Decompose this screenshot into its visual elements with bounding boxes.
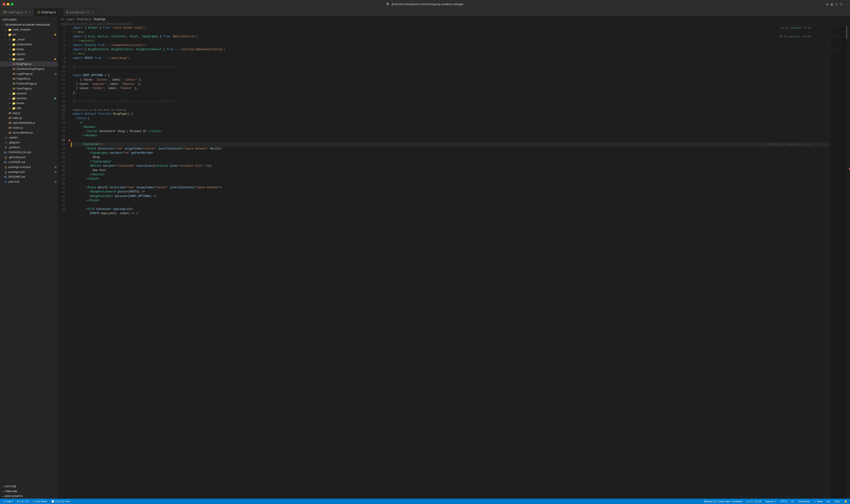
status-branch[interactable]: ⎇ main*: [2, 500, 14, 503]
sidebar-item-productspage[interactable]: JS ProductsPage.js: [0, 81, 58, 86]
status-language[interactable]: JavaScript: [797, 500, 811, 503]
code-content[interactable]: import { Helmet } from 'react-helmet-asy…: [71, 26, 830, 499]
branch-name: main*: [6, 500, 13, 503]
ln-17: 17: [60, 95, 65, 99]
sidebar-item-theme[interactable]: ▸ 📁 theme: [0, 101, 58, 106]
status-git-info[interactable]: Minimal UI, 2 years ago • Container: [703, 500, 744, 503]
app-container: JS LoginPage.js M ✕ JS BlogPage.js ✕ {} …: [0, 8, 850, 504]
tab-loginpage[interactable]: JS LoginPage.js M ✕: [0, 8, 34, 16]
close-button[interactable]: [3, 3, 5, 5]
sidebar-item-indexjs[interactable]: JS index.js: [0, 115, 58, 121]
status-notifications[interactable]: 🔔: [843, 500, 848, 503]
status-liveshare[interactable]: ↗ Live Share: [32, 500, 48, 503]
routes-label: routes.js: [13, 126, 58, 129]
sidebar-item-blogpage[interactable]: JS BlogPage.js: [0, 61, 58, 67]
json-icon-packagelock: {}: [4, 165, 7, 169]
folder-icon-mock: 📁: [12, 38, 16, 41]
line-numbers: 1 2 3 4 5 6 7 8 9 10 11 12 13 14: [58, 26, 68, 499]
sidebar-item-serviceworker[interactable]: JS serviceWorker.js: [0, 130, 58, 135]
sidebar-item-appjs[interactable]: JS App.js: [0, 111, 58, 115]
sidebar-root[interactable]: ▾ TECHGROUP-ACADEMY-MANAGER: [0, 22, 58, 27]
status-feedback[interactable]: ☺ Ninja: [813, 500, 823, 503]
sidebar-item-sections[interactable]: ▸ 📁 sections: [0, 91, 58, 96]
userpage-label: UserPage.js: [17, 87, 58, 90]
tab-blogpage[interactable]: JS BlogPage.js ✕: [34, 8, 64, 16]
sidebar-item-components[interactable]: ▸ 📁 components: [0, 42, 58, 47]
status-cursor[interactable]: Ln 27, Col 18: [746, 500, 762, 503]
warning-count: 6↑: [22, 500, 24, 503]
tab-blogpage-close[interactable]: ✕: [58, 11, 60, 14]
sidebar-item-prettierrc[interactable]: ✦ .prettierrc: [0, 145, 58, 150]
code-line-19: [71, 104, 830, 108]
zoom-label: 110%: [834, 500, 840, 503]
ln-38: 38: [60, 186, 65, 190]
sidebar-item-pages[interactable]: ▾ 📁 pages: [0, 57, 58, 61]
js-file-icon-vitals: JS: [8, 121, 12, 125]
code-line-10: // -------------------------------------…: [71, 65, 830, 69]
status-time[interactable]: 🕒 3 hrs 22 mins: [50, 500, 71, 503]
sidebar-item-gitignore[interactable]: ⌥ .gitignore: [0, 140, 58, 145]
sidebar-section-timeline[interactable]: ▸ TIMELINE: [0, 489, 58, 494]
status-zoom[interactable]: 110%: [833, 500, 841, 503]
status-errors[interactable]: ⊘ 0 6↑ ℹ 0: [16, 500, 30, 503]
sidebar-item-yarnlock[interactable]: ⚙ yarn.lock M: [0, 179, 58, 184]
code-line-37: <Stack mb={5} direction="row" alignItems…: [71, 185, 830, 190]
tab-packagejson-close[interactable]: ✕: [91, 11, 93, 14]
sidebar-item-page404[interactable]: JS Page404.js: [0, 76, 58, 81]
ln-13: 13: [60, 78, 65, 82]
sidebar-item-mock[interactable]: ▸ 📁 _mock: [0, 37, 58, 42]
panel-toggle-icon[interactable]: ⊟: [840, 2, 843, 6]
status-eol[interactable]: LF: [791, 500, 795, 503]
node-modules-label: node_modules: [13, 28, 58, 31]
sidebar-item-layouts[interactable]: ▸ 📁 layouts: [0, 52, 58, 57]
sidebar-item-reportwebvitals[interactable]: JS reportWebVitals.js: [0, 121, 58, 125]
status-encoding[interactable]: UTF-8: [779, 500, 788, 503]
sidebar-item-gitconfig[interactable]: {} .gitconfig.json: [0, 155, 58, 160]
maximize-button[interactable]: [11, 3, 13, 5]
back-button[interactable]: ←: [15, 2, 21, 6]
breadcrumb-pages[interactable]: pages: [67, 18, 74, 21]
sidebar-actions[interactable]: ···: [53, 19, 55, 21]
sidebar-item-hooks[interactable]: ▸ 📁 hooks: [0, 47, 58, 52]
code-editor[interactable]: 1 2 3 4 5 6 7 8 9 10 11 12 13 14: [58, 26, 830, 499]
sidebar-toggle-icon[interactable]: ◫: [835, 2, 838, 6]
sidebar-item-changelog[interactable]: M↓ CHANGELOG.md: [0, 150, 58, 155]
ln-24: 24: [60, 125, 65, 130]
sidebar-item-packagelock[interactable]: {} package-lock.json M: [0, 165, 58, 169]
content-area: EXPLORER ··· ▾ TECHGROUP-ACADEMY-MANAGER…: [0, 16, 850, 499]
feedback-icon: ☺: [814, 500, 816, 503]
serviceworker-label: serviceWorker.js: [13, 131, 58, 134]
chevron-right-icon: ▸: [8, 97, 11, 100]
sidebar-item-node-modules[interactable]: ▸ 📁 node_modules: [0, 27, 58, 32]
forward-button[interactable]: →: [23, 2, 29, 6]
status-font[interactable]: AA: [826, 500, 831, 503]
ln-27: 27: [60, 138, 65, 143]
tab-loginpage-close[interactable]: ✕: [29, 11, 31, 14]
more-icon[interactable]: ⋯: [844, 2, 847, 6]
layout-icon[interactable]: ▣: [830, 2, 833, 6]
sidebar-item-src[interactable]: ▾ 📁 src: [0, 32, 58, 37]
breadcrumb-src[interactable]: src: [61, 18, 64, 21]
tab-packagejson[interactable]: {} package.json M ✕: [64, 8, 97, 16]
breadcrumb-blogpagejs[interactable]: BlogPage.js: [77, 18, 91, 21]
sidebar-item-license[interactable]: M↓ LICENSE.md: [0, 160, 58, 165]
sidebar-item-loginpage[interactable]: JS LoginPage.js M: [0, 71, 58, 76]
bp-empty: [68, 116, 71, 121]
sidebar-item-utils[interactable]: ▸ 📁 utils: [0, 106, 58, 111]
breadcrumb-blogpage[interactable]: BlogPage: [94, 18, 106, 21]
sidebar-item-readme[interactable]: M↓ README.md: [0, 174, 58, 179]
sidebar-item-eslintrc[interactable]: ⊙ .eslintrc: [0, 135, 58, 140]
sidebar-item-services[interactable]: ▸ 📁 services: [0, 96, 58, 101]
sidebar-item-packagejson[interactable]: {} package.json M: [0, 169, 58, 174]
ln-12: 12: [60, 73, 65, 78]
sidebar-item-dashboardapppage[interactable]: JS DashboardAppPage.js: [0, 67, 58, 71]
sidebar-item-userpage[interactable]: JS UserPage.js: [0, 86, 58, 91]
minimap-scrollbar[interactable]: [846, 26, 847, 39]
minimize-button[interactable]: [7, 3, 10, 5]
chevron-down-icon: ▾: [8, 58, 11, 60]
sidebar-item-routes[interactable]: JS routes.js: [0, 125, 58, 130]
status-spaces[interactable]: Spaces: 2: [764, 500, 777, 503]
sidebar-section-npm[interactable]: ▸ NPM SCRIPTS: [0, 494, 58, 499]
sidebar-section-outline[interactable]: ▸ OUTLINE: [0, 484, 58, 489]
split-editor-icon[interactable]: ⊞: [826, 2, 829, 6]
